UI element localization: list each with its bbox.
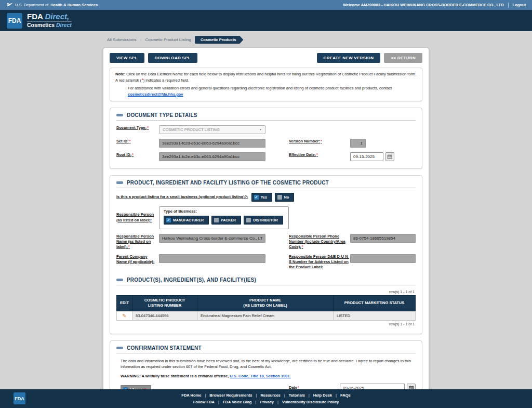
separator: | bbox=[205, 393, 206, 398]
required-asterisk: * bbox=[128, 245, 130, 248]
collapse-dash-icon[interactable] bbox=[116, 114, 123, 116]
breadcrumb-all-submissions[interactable]: All Submissions bbox=[107, 37, 136, 42]
separator: | bbox=[277, 400, 278, 404]
root-id-label[interactable]: Root ID:* bbox=[116, 152, 156, 157]
footer-link-privacy[interactable]: Privacy bbox=[260, 400, 274, 404]
form-card: VIEW SPL DOWNLOAD SPL CREATE NEW VERSION… bbox=[103, 47, 429, 408]
col-status: PRODUCT MARKETING STATUS bbox=[334, 296, 416, 311]
manufacturer-label: MANUFACTURER bbox=[173, 218, 204, 222]
small-business-yes-checkbox[interactable]: ✓ Yes bbox=[251, 193, 272, 202]
page: U.S. Department of Health & Human Servic… bbox=[0, 0, 532, 408]
footer-links-row-1: FDA Home| Browser Requirements| Resource… bbox=[181, 393, 350, 398]
note-label: Note: bbox=[115, 72, 125, 76]
subsection-title: PRODUCT(S), INGREDIENT(S), AND FACILITY(… bbox=[127, 277, 256, 283]
collapse-dash-icon[interactable] bbox=[116, 347, 123, 349]
footer-link-fda-voice-blog[interactable]: FDA Voice Blog bbox=[223, 400, 251, 404]
view-spl-button[interactable]: VIEW SPL bbox=[110, 53, 144, 63]
cosmeticsdirect-email-link[interactable]: cosmeticsdirect@fda.hhs.gov bbox=[128, 92, 183, 97]
utility-bar: U.S. Department of Health & Human Servic… bbox=[0, 0, 532, 10]
separator: | bbox=[336, 393, 337, 398]
dept-prefix: U.S. Department of bbox=[15, 3, 48, 7]
packer-checkbox[interactable]: PACKER bbox=[211, 216, 241, 225]
document-type-label[interactable]: Document Type:* bbox=[116, 125, 156, 130]
breadcrumb-cosmetic-product-listing[interactable]: Cosmetic Product Listing bbox=[145, 37, 191, 42]
products-subsection-header: PRODUCT(S), INGREDIENT(S), AND FACILITY(… bbox=[116, 277, 416, 285]
collapse-dash-icon[interactable] bbox=[116, 181, 123, 184]
table-row: ✎ 53-047346-444596 Enduraheal Magnesium … bbox=[117, 311, 416, 320]
download-spl-button[interactable]: DOWNLOAD SPL bbox=[148, 53, 197, 63]
section-header: DOCUMENT TYPE DETAILS bbox=[116, 112, 416, 121]
small-business-label[interactable]: Is this a product listing for a small bu… bbox=[116, 194, 248, 200]
status-cell: LISTED bbox=[334, 311, 416, 320]
separator: | bbox=[284, 393, 285, 398]
welcome-text: Welcome AMZ00003 - HAIKOU WEIMUKANG CROS… bbox=[343, 3, 503, 7]
rp-phone-input bbox=[350, 234, 416, 243]
note-panel: Note: Click on the Data Element Name for… bbox=[110, 68, 422, 101]
rp-name-label[interactable]: Responsible Person Name (as listed on la… bbox=[116, 234, 156, 249]
main-content: All Submissions › Cosmetic Product Listi… bbox=[103, 31, 429, 408]
hhs-brand: U.S. Department of Health & Human Servic… bbox=[6, 2, 98, 8]
version-number-label[interactable]: Version Number:* bbox=[289, 139, 350, 144]
unchecked-checkbox-icon bbox=[277, 195, 282, 200]
required-asterisk: * bbox=[302, 245, 303, 248]
note-text-c: For assistance with validation errors an… bbox=[128, 86, 392, 90]
distributor-checkbox[interactable]: DISTRIBUTOR bbox=[244, 216, 283, 225]
type-of-business-fieldset: Type of Business: ✓ MANUFACTURER PACKER bbox=[159, 206, 289, 229]
us-code-link[interactable]: U.S. Code, Title 18, Section 1001. bbox=[230, 374, 290, 378]
create-new-version-button[interactable]: CREATE NEW VERSION bbox=[317, 53, 381, 63]
footer-link-resources[interactable]: Resources bbox=[260, 393, 280, 398]
checked-checkbox-icon: ✓ bbox=[166, 218, 171, 222]
section-header: PRODUCT, INGREDIENT AND FACILITY LISTING… bbox=[116, 180, 416, 188]
logout-button[interactable]: Logout bbox=[513, 3, 526, 7]
footer-links-row-2: Follow FDA| FDA Voice Blog| Privacy| Vul… bbox=[193, 400, 339, 404]
app-title: FDA Direct, Cosmetics Direct bbox=[27, 12, 72, 29]
section-title: CONFIRMATION STATEMENT bbox=[127, 345, 202, 351]
packer-label: PACKER bbox=[221, 218, 236, 222]
rows-info-bottom: row(s) 1 - 1 of 1 bbox=[117, 322, 415, 326]
small-business-no-checkbox[interactable]: No bbox=[275, 193, 294, 202]
breadcrumb: All Submissions › Cosmetic Product Listi… bbox=[103, 35, 429, 47]
collapse-dash-icon[interactable] bbox=[116, 279, 123, 281]
footer-link-follow-fda[interactable]: Follow FDA bbox=[193, 400, 215, 404]
note-line-1: Note: Click on the Data Element Name for… bbox=[115, 71, 417, 83]
document-type-select[interactable]: COSMETIC PRODUCT LISTING ▼ bbox=[159, 125, 265, 134]
footer-link-browser-requirements[interactable]: Browser Requirements bbox=[209, 393, 252, 398]
listing-number-cell: 53-047346-444596 bbox=[132, 311, 197, 320]
set-id-label[interactable]: Set ID:* bbox=[116, 139, 156, 144]
manufacturer-checkbox[interactable]: ✓ MANUFACTURER bbox=[164, 216, 209, 225]
app-title-italic: Direct, bbox=[45, 12, 69, 21]
footer-link-tutorials[interactable]: Tutorials bbox=[289, 393, 305, 398]
footer-link-help-desk[interactable]: Help Desk bbox=[313, 393, 332, 398]
section-title: PRODUCT, INGREDIENT AND FACILITY LISTING… bbox=[127, 180, 329, 186]
effective-date-label[interactable]: Effective Date:* bbox=[289, 152, 350, 157]
breadcrumb-cosmetic-products[interactable]: Cosmetic Products bbox=[195, 36, 243, 44]
note-text-b: ) indicates a required field. bbox=[143, 78, 189, 83]
dept-name: Health & Human Services bbox=[50, 3, 98, 7]
chevron-down-icon: ▼ bbox=[259, 128, 262, 131]
responsible-person-label[interactable]: Responsible Person (as listed on label): bbox=[116, 212, 156, 222]
return-button[interactable]: << RETURN bbox=[384, 53, 422, 63]
footer-link-vulnerability-disclosure[interactable]: Vulnerability Disclosure Policy bbox=[282, 400, 339, 404]
rp-phone-label[interactable]: Responsible Person Phone Number (Include… bbox=[289, 234, 350, 249]
fda-logo[interactable]: FDA bbox=[7, 13, 22, 29]
footer-link-faqs[interactable]: FAQs bbox=[340, 393, 351, 398]
duns-label[interactable]: Responsible Person D&B D-U-N-S Number fo… bbox=[289, 254, 350, 270]
parent-company-label[interactable]: Parent Company Name (if applicable): bbox=[116, 254, 156, 265]
section-title: DOCUMENT TYPE DETAILS bbox=[127, 112, 197, 118]
footer-fda-logo[interactable]: FDA bbox=[14, 392, 25, 404]
app-subtitle-italic: Direct bbox=[56, 22, 72, 28]
effective-date-calendar-button[interactable] bbox=[385, 152, 394, 161]
required-asterisk: * bbox=[129, 139, 131, 143]
footer-link-fda-home[interactable]: FDA Home bbox=[181, 393, 201, 398]
no-label: No bbox=[284, 195, 289, 199]
required-asterisk: * bbox=[316, 153, 318, 156]
effective-date-input[interactable] bbox=[350, 152, 383, 161]
note-line-2: For assistance with validation errors an… bbox=[115, 85, 417, 97]
col-edit: EDIT bbox=[117, 296, 132, 311]
required-asterisk: * bbox=[321, 139, 322, 143]
yes-label: Yes bbox=[261, 195, 267, 199]
edit-pencil-icon[interactable]: ✎ bbox=[122, 313, 126, 319]
unchecked-checkbox-icon bbox=[246, 218, 251, 222]
rp-name-input bbox=[159, 234, 265, 243]
footer: FDA FDA Home| Browser Requirements| Reso… bbox=[0, 389, 532, 408]
